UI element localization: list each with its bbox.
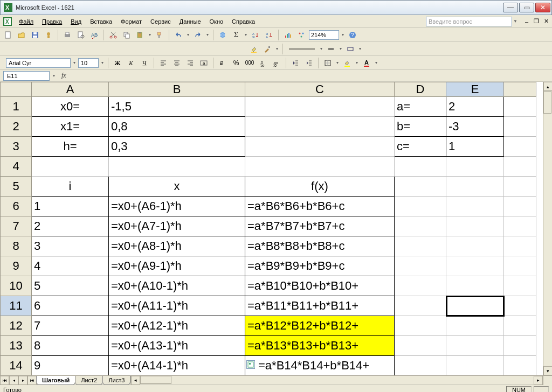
align-center-button[interactable] [171,57,183,69]
ask-question-box[interactable]: Введите вопрос [426,17,512,26]
cell-E6[interactable] [446,197,504,216]
cell-B6[interactable]: =x0+(A6-1)*h [109,197,245,216]
col-header-A[interactable]: A [32,82,109,97]
row-header-1[interactable]: 1 [1,97,32,117]
cell-E3[interactable]: 1 [446,137,504,157]
tab-first-button[interactable]: ⏮ [0,376,9,385]
align-right-button[interactable] [184,57,196,69]
cell-A5[interactable]: i [32,177,109,197]
minimize-button[interactable]: — [503,3,518,12]
row-header-4[interactable]: 4 [1,157,32,177]
cell-B2[interactable]: 0,8 [109,117,245,137]
cell-A11[interactable]: 6 [32,296,109,316]
shape-button[interactable] [344,43,356,55]
increase-decimal-button[interactable]: ,0,00 [257,57,269,69]
cell-F13[interactable] [504,336,536,356]
cell-A10[interactable]: 5 [32,276,109,296]
paste-button[interactable] [134,29,146,41]
cell-C4[interactable] [245,157,395,177]
hyperlink-button[interactable] [217,29,229,41]
cell-A4[interactable] [32,157,109,177]
row-header-13[interactable]: 13 [1,336,32,356]
chart-wizard-button[interactable] [282,29,294,41]
cell-D9[interactable] [395,256,446,276]
cell-B4[interactable] [109,157,245,177]
cell-A13[interactable]: 8 [32,336,109,356]
autosum-dropdown-icon[interactable]: ▾ [244,32,248,37]
cell-F7[interactable] [504,216,536,236]
row-header-10[interactable]: 10 [1,276,32,296]
cell-B14[interactable]: =x0+(A14-1)*h [109,356,245,376]
cell-D12[interactable] [395,316,446,336]
cell-E12[interactable] [446,316,504,336]
cell-C1[interactable] [245,97,395,117]
line-color-dropdown-icon[interactable]: ▾ [339,46,343,51]
cell-E10[interactable] [446,276,504,296]
autofill-options-icon[interactable] [246,360,255,369]
cell-A8[interactable]: 3 [32,236,109,256]
col-header-E[interactable]: E [446,82,504,97]
cell-C9[interactable]: =a*B9*B9+b*B9+c [245,256,395,276]
cell-F2[interactable] [504,117,536,137]
cell-C13[interactable]: =a*B13*B13+b*B13+ [245,336,395,356]
copy-button[interactable] [121,29,133,41]
row-header-12[interactable]: 12 [1,316,32,336]
merge-center-button[interactable]: a [198,57,210,69]
col-header-F[interactable] [504,82,536,97]
line-style-dropdown-icon[interactable]: ▾ [319,46,323,51]
format-painter-button[interactable] [154,29,165,41]
row-header-3[interactable]: 3 [1,137,32,157]
spreadsheet-grid[interactable]: A B C D E 1 x0= -1,5 a= 2 2 x1= 0,8 [0,82,536,375]
scroll-down-icon[interactable]: ▾ [543,366,552,375]
scroll-right-icon[interactable]: ▸ [534,376,543,385]
save-button[interactable] [29,29,41,41]
fill-color-icon[interactable] [248,43,260,55]
align-left-button[interactable] [157,57,169,69]
vertical-scrollbar[interactable]: ▴ ▾ [543,82,552,375]
cell-F3[interactable] [504,137,536,157]
mdi-restore-button[interactable]: ❐ [533,18,540,25]
spellcheck-button[interactable]: ABC [88,29,100,41]
cell-E4[interactable] [446,157,504,177]
cell-F1[interactable] [504,97,536,117]
sheet-tab-1[interactable]: Шаговый [36,376,75,385]
cell-F8[interactable] [504,236,536,256]
cell-F6[interactable] [504,197,536,216]
cell-C6[interactable]: =a*B6*B6+b*B6+c [245,197,395,216]
cell-E9[interactable] [446,256,504,276]
increase-indent-button[interactable] [303,57,315,69]
cell-E13[interactable] [446,336,504,356]
cell-B12[interactable]: =x0+(A12-1)*h [109,316,245,336]
print-preview-button[interactable] [75,29,87,41]
col-header-C[interactable]: C [245,82,395,97]
cell-B13[interactable]: =x0+(A13-1)*h [109,336,245,356]
paste-dropdown-icon[interactable]: ▾ [148,32,152,37]
cell-A1[interactable]: x0= [32,97,109,117]
row-header-14[interactable]: 14 [1,356,32,376]
name-box[interactable]: E11 [3,71,50,81]
hscroll-thumb[interactable] [140,376,171,384]
row-header-2[interactable]: 2 [1,117,32,137]
cell-A12[interactable]: 7 [32,316,109,336]
brush-dropdown-icon[interactable]: ▾ [275,46,279,51]
cell-D8[interactable] [395,236,446,256]
shape-dropdown-icon[interactable]: ▾ [358,46,362,51]
sheet-tab-3[interactable]: Лист3 [102,376,130,385]
row-header-8[interactable]: 8 [1,236,32,256]
cell-B5[interactable]: x [109,177,245,197]
currency-button[interactable]: ₽ [217,57,229,69]
cell-C11[interactable]: =a*B11*B11+b*B11+ [245,296,395,316]
cell-E14[interactable] [446,356,504,376]
print-button[interactable] [61,29,73,41]
cell-A2[interactable]: x1= [32,117,109,137]
cell-C7[interactable]: =a*B7*B7+b*B7+c [245,216,395,236]
fill-color-button[interactable] [341,57,353,69]
decrease-indent-button[interactable] [289,57,301,69]
menu-format[interactable]: Формат [117,17,146,26]
cell-F9[interactable] [504,256,536,276]
cell-C10[interactable]: =a*B10*B10+b*B10+ [245,276,395,296]
cell-F10[interactable] [504,276,536,296]
cell-D10[interactable] [395,276,446,296]
cell-B9[interactable]: =x0+(A9-1)*h [109,256,245,276]
borders-button[interactable] [322,57,334,69]
